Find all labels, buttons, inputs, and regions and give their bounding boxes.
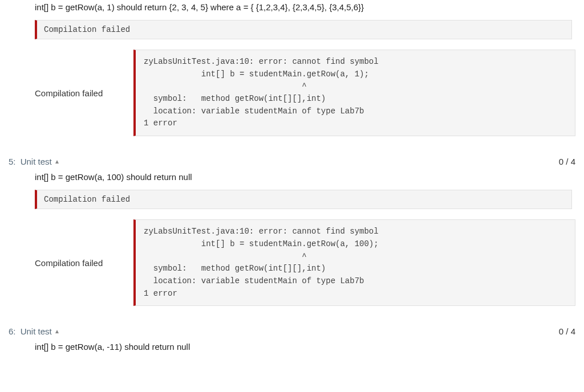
- error-line: int[] b = studentMain.getRow(a, 1);: [144, 68, 567, 81]
- error-line: ^: [144, 251, 567, 263]
- results-page: int[] b = getRow(a, 1) should return {2,…: [0, 0, 584, 360]
- compile-status-bar: Compilation failed: [35, 190, 572, 209]
- test-block: 5: Unit test ▴ 0 / 4 int[] b = getRow(a,…: [9, 152, 575, 306]
- test-score: 0 / 4: [559, 326, 575, 336]
- error-line: location: variable studentMain of type L…: [144, 275, 567, 288]
- error-line: zyLabsUnitTest.java:10: error: cannot fi…: [144, 56, 567, 68]
- detail-row: Compilation failed zyLabsUnitTest.java:1…: [35, 50, 575, 136]
- test-description: int[] b = getRow(a, 1) should return {2,…: [9, 0, 575, 20]
- error-line: int[] b = studentMain.getRow(a, 100);: [144, 238, 567, 251]
- error-line: symbol: method getRow(int[][],int): [144, 93, 567, 105]
- error-line: 1 error: [144, 117, 567, 130]
- error-line: symbol: method getRow(int[][],int): [144, 263, 567, 275]
- test-title: Unit test: [21, 326, 52, 336]
- error-line: zyLabsUnitTest.java:10: error: cannot fi…: [144, 226, 567, 238]
- chevron-up-icon: ▴: [55, 157, 59, 165]
- test-number: 5:: [9, 157, 16, 166]
- test-block: 6: Unit test ▴ 0 / 4 int[] b = getRow(a,…: [9, 322, 575, 360]
- test-header[interactable]: 5: Unit test ▴ 0 / 4: [9, 152, 575, 170]
- error-line: 1 error: [144, 288, 567, 300]
- test-description: int[] b = getRow(a, 100) should return n…: [9, 170, 575, 190]
- detail-row: Compilation failed zyLabsUnitTest.java:1…: [35, 219, 575, 306]
- chevron-up-icon: ▴: [55, 327, 59, 335]
- compile-status-bar: Compilation failed: [35, 20, 572, 39]
- test-description: int[] b = getRow(a, -11) should return n…: [9, 340, 575, 360]
- detail-label: Compilation failed: [35, 88, 123, 98]
- test-score: 0 / 4: [559, 157, 575, 166]
- test-number: 6:: [9, 326, 16, 336]
- test-block: int[] b = getRow(a, 1) should return {2,…: [9, 0, 575, 136]
- error-line: ^: [144, 80, 567, 93]
- test-title: Unit test: [21, 157, 52, 166]
- test-header[interactable]: 6: Unit test ▴ 0 / 4: [9, 322, 575, 340]
- error-line: location: variable studentMain of type L…: [144, 105, 567, 118]
- detail-label: Compilation failed: [35, 258, 123, 268]
- error-output-box: zyLabsUnitTest.java:10: error: cannot fi…: [133, 219, 575, 306]
- error-output-box: zyLabsUnitTest.java:10: error: cannot fi…: [133, 50, 575, 136]
